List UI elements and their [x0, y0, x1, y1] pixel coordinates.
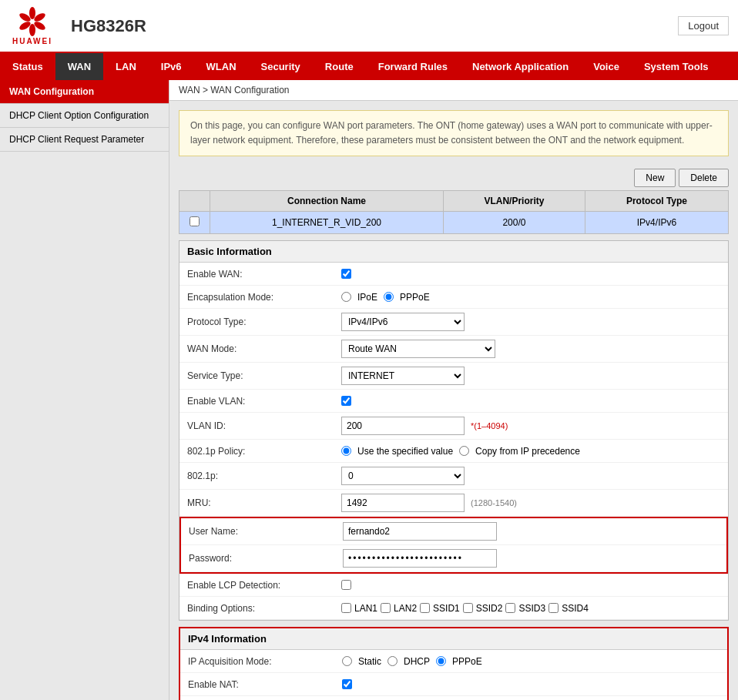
- new-button[interactable]: New: [634, 169, 676, 187]
- username-input[interactable]: [343, 522, 497, 541]
- ipv4-dhcp-radio[interactable]: [387, 656, 398, 666]
- protocol-type-row: Protocol Type: IPv4/IPv6: [179, 309, 728, 336]
- password-row: Password:: [181, 545, 726, 572]
- binding-lan2-label: LAN2: [394, 603, 417, 614]
- nav-wlan[interactable]: WLAN: [194, 53, 249, 80]
- service-select[interactable]: INTERNET: [341, 367, 465, 385]
- mru-label: MRU:: [187, 497, 341, 508]
- nav-route[interactable]: Route: [313, 53, 366, 80]
- lcp-checkbox[interactable]: [341, 580, 351, 590]
- binding-ssid3[interactable]: [505, 603, 515, 613]
- protocol-select[interactable]: IPv4/IPv6: [341, 313, 465, 331]
- nav-forward[interactable]: Forward Rules: [366, 53, 460, 80]
- row-checkbox[interactable]: [190, 216, 200, 226]
- info-box: On this page, you can configure WAN port…: [179, 110, 729, 156]
- policy-copy-radio[interactable]: [459, 446, 469, 456]
- logo-text: HUAWEI: [12, 37, 52, 45]
- lcp-value: [341, 580, 720, 590]
- binding-ssid1[interactable]: [420, 603, 430, 613]
- col-protocol: Protocol Type: [585, 191, 728, 212]
- ipv4-ipv6-section: IPv4 Information IP Acquisition Mode: St…: [179, 627, 729, 700]
- binding-ssid4-label: SSID4: [562, 603, 589, 614]
- protocol-value: IPv4/IPv6: [341, 313, 720, 331]
- policy-label: 802.1p Policy:: [187, 446, 341, 457]
- logout-button[interactable]: Logout: [678, 16, 729, 35]
- mru-input[interactable]: [341, 494, 465, 512]
- vlan-id-input[interactable]: [341, 417, 465, 435]
- password-value: [343, 549, 719, 568]
- ipv4-static-radio[interactable]: [342, 656, 352, 666]
- wan-mode-label: WAN Mode:: [187, 343, 341, 354]
- value-8021p-row: 802.1p: 0123 4567: [179, 463, 728, 490]
- binding-value: LAN1 LAN2 SSID1 SSID2 SSID3 SSID4: [341, 603, 720, 614]
- row-connection-name: 1_INTERNET_R_VID_200: [210, 212, 444, 234]
- svg-point-0: [29, 7, 35, 19]
- binding-lan1[interactable]: [341, 603, 351, 613]
- nat-row: Enable NAT:: [180, 673, 727, 696]
- value-8021p-select[interactable]: 0123 4567: [341, 467, 465, 485]
- ipv4-pppoe-text: PPPoE: [452, 656, 482, 667]
- enable-wan-label: Enable WAN:: [187, 269, 341, 280]
- sidebar-item-wan-config[interactable]: WAN Configuration: [0, 80, 169, 104]
- wan-mode-select[interactable]: Route WAN Bridge WAN: [341, 340, 495, 358]
- row-protocol: IPv4/IPv6: [585, 212, 728, 234]
- nat-type-row: NAT type: Port-restricted cone NAT Full …: [180, 696, 727, 700]
- nav-netapp[interactable]: Network Application: [460, 53, 581, 80]
- binding-ssid2[interactable]: [463, 603, 473, 613]
- binding-lan2[interactable]: [381, 603, 391, 613]
- binding-ssid3-label: SSID3: [518, 603, 545, 614]
- enable-wan-value: [341, 269, 720, 279]
- sidebar-item-dhcp-option[interactable]: DHCP Client Option Configuration: [0, 104, 169, 128]
- nav-status[interactable]: Status: [0, 53, 55, 80]
- policy-specified-radio[interactable]: [341, 446, 351, 456]
- breadcrumb: WAN > WAN Configuration: [169, 80, 738, 101]
- sidebar-item-dhcp-request[interactable]: DHCP Client Request Parameter: [0, 128, 169, 152]
- username-value: [343, 522, 719, 541]
- enable-wan-checkbox[interactable]: [341, 269, 351, 279]
- delete-button[interactable]: Delete: [679, 169, 729, 187]
- binding-ssid4[interactable]: [548, 603, 559, 613]
- nat-checkbox[interactable]: [342, 679, 352, 689]
- mru-row: MRU: (1280-1540): [179, 490, 728, 517]
- form-area: Basic Information Enable WAN: Encapsulat…: [179, 240, 729, 621]
- nav-voice[interactable]: Voice: [581, 53, 632, 80]
- wan-mode-value: Route WAN Bridge WAN: [341, 340, 720, 358]
- vlan-id-row: VLAN ID: *(1–4094): [179, 413, 728, 440]
- nav-lan[interactable]: LAN: [103, 53, 149, 80]
- mru-value: (1280-1540): [341, 494, 720, 512]
- enable-vlan-checkbox[interactable]: [341, 396, 351, 406]
- encap-row: Encapsulation Mode: IPoE PPPoE: [179, 286, 728, 309]
- password-input[interactable]: [343, 549, 497, 568]
- binding-lan1-label: LAN1: [354, 603, 377, 614]
- row-checkbox-cell[interactable]: [179, 212, 210, 234]
- vlan-id-value: *(1–4094): [341, 417, 720, 435]
- ipv4-pppoe-radio[interactable]: [436, 656, 446, 666]
- nat-label: Enable NAT:: [188, 679, 342, 690]
- enable-vlan-label: Enable VLAN:: [187, 396, 341, 407]
- encap-ipoe-radio[interactable]: [341, 292, 351, 302]
- nav-bar: Status WAN LAN IPv6 WLAN Security Route …: [0, 53, 738, 80]
- policy-value: Use the specified value Copy from IP pre…: [341, 446, 720, 457]
- nav-ipv6[interactable]: IPv6: [149, 53, 194, 80]
- encap-pppoe-radio[interactable]: [384, 292, 394, 302]
- main-layout: WAN Configuration DHCP Client Option Con…: [0, 80, 738, 700]
- sidebar: WAN Configuration DHCP Client Option Con…: [0, 80, 169, 700]
- nav-wan[interactable]: WAN: [55, 53, 103, 80]
- nav-security[interactable]: Security: [249, 53, 313, 80]
- policy-8021p-row: 802.1p Policy: Use the specified value C…: [179, 440, 728, 463]
- nav-tools[interactable]: System Tools: [632, 53, 721, 80]
- username-label: User Name:: [189, 526, 343, 537]
- encap-label: Encapsulation Mode:: [187, 292, 341, 303]
- encap-pppoe-text: PPPoE: [400, 292, 430, 303]
- policy-copy-text: Copy from IP precedence: [475, 446, 580, 457]
- table-row[interactable]: 1_INTERNET_R_VID_200 200/0 IPv4/IPv6: [179, 212, 729, 234]
- ipv4-acq-row: IP Acquisition Mode: Static DHCP PPPoE: [180, 650, 727, 673]
- row-vlan: 200/0: [443, 212, 585, 234]
- logo-area: HUAWEI: [9, 6, 55, 45]
- encap-ipoe-text: IPoE: [357, 292, 377, 303]
- mru-hint: (1280-1540): [471, 498, 517, 507]
- lcp-label: Enable LCP Detection:: [187, 580, 341, 591]
- toolbar: New Delete: [169, 166, 738, 190]
- header: HUAWEI HG8326R Logout: [0, 0, 738, 53]
- ipv4-acq-label: IP Acquisition Mode:: [188, 656, 342, 667]
